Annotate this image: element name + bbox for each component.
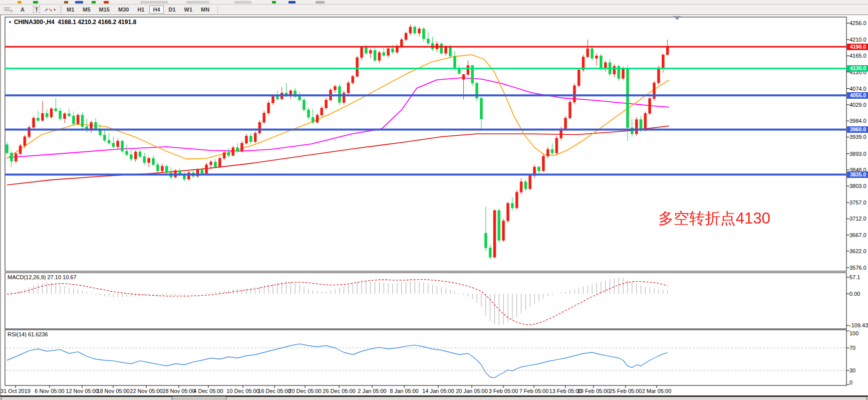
toolbar-separator (217, 6, 218, 14)
timeframe-button-H1[interactable]: H1 (134, 6, 148, 14)
time-axis-label: 31 Oct 2019 (1, 388, 31, 394)
time-axis-label: 20 Dec 05:00 (288, 388, 321, 394)
time-axis-label: 26 Dec 05:00 (323, 388, 355, 394)
time-axis-label: 10 Dec 05:00 (226, 388, 259, 394)
crosshair-grid-tool-button[interactable]: F (3, 6, 14, 14)
arrow-down-icon: ➘ (48, 7, 52, 13)
partial-icon (316, 1, 325, 4)
chart-title: ▼CHINA300-,H4 4168.1 4210.2 4166.2 4191.… (8, 19, 136, 26)
arrows-tool-button[interactable]: ➚ ➘ ▾ (45, 6, 56, 14)
price-tick-label: 4029.0 (849, 102, 866, 108)
price-level-badge: 4130.0 (847, 65, 868, 72)
partial-icon (75, 1, 83, 4)
partial-icon (33, 1, 38, 4)
price-tick-label: 3712.0 (849, 216, 866, 222)
timeframe-button-M15[interactable]: M15 (96, 6, 113, 14)
price-tick-label: 4256.0 (849, 20, 866, 26)
text-label-tool-button[interactable]: T (31, 6, 42, 14)
rsi-indicator-label: RSI(14) 61.6236 (8, 331, 48, 337)
time-axis-label: 16 Dec 05:00 (258, 388, 291, 394)
time-axis-label: 3 Feb 05:00 (489, 388, 518, 394)
timeframe-buttons: M1M5M15M30H1H4D1W1MN (62, 6, 213, 14)
partial-icon (288, 1, 296, 4)
time-axis-label: 12 Nov 05:00 (66, 388, 98, 394)
rsi-tick-label: 100 (849, 330, 858, 336)
timeframe-button-M30[interactable]: M30 (115, 6, 132, 14)
price-level-badge: 3835.0 (847, 171, 868, 178)
timeframe-button-MN[interactable]: MN (197, 6, 213, 14)
time-axis-label: 7 Feb 05:00 (519, 388, 549, 394)
time-axis-label: 25 Feb 05:00 (610, 388, 642, 394)
macd-indicator-label: MACD(12,26,9) 27.10 10.67 (8, 274, 77, 280)
text-tool-button[interactable]: A (17, 6, 28, 14)
time-axis-label: 19 Feb 05:00 (577, 388, 610, 394)
price-tick-label: 3984.0 (849, 118, 866, 124)
chart-window: ▼CHINA300-,H4 4168.1 4210.2 4166.2 4191.… (0, 15, 868, 396)
rsi-tick-label: 0 (849, 379, 852, 385)
time-axis-label: 22 Nov 05:00 (130, 388, 162, 394)
macd-tick-label: 0.00 (849, 291, 860, 297)
timeframe-button-D1[interactable]: D1 (165, 6, 179, 14)
time-axis-label: 18 Nov 05:00 (97, 388, 129, 394)
price-level-badge: 4190.0 (847, 44, 868, 50)
timeframe-button-H4[interactable]: H4 (149, 6, 163, 14)
text-label-tool-label: T (33, 6, 41, 13)
partial-icon (140, 1, 168, 4)
partial-icon (234, 1, 251, 4)
price-tick-label: 3939.0 (849, 134, 866, 140)
price-tick-label: 4210.0 (849, 37, 866, 43)
partial-icon (104, 1, 109, 4)
rsi-tick-label: 30 (849, 367, 855, 373)
text-tool-label: A (21, 7, 25, 13)
rsi-tick-label: 70 (849, 345, 855, 351)
chart-canvas[interactable] (1, 15, 868, 396)
price-tick-label: 4074.0 (849, 86, 866, 92)
price-tick-label: 3622.0 (849, 248, 866, 254)
partial-icon (64, 1, 68, 4)
price-tick-label: 3667.0 (849, 232, 866, 238)
time-axis-label: 14 Jan 05:00 (422, 388, 454, 394)
price-tick-label: 3576.0 (849, 265, 866, 271)
background-window-edge[interactable] (1, 396, 172, 400)
macd-tick-label: -109.43 (849, 322, 868, 328)
chevron-down-icon: ▾ (54, 8, 56, 12)
grid-tool-letter: F (11, 10, 13, 13)
background-windows-strip (0, 396, 868, 400)
toolbar-icons-strip (0, 0, 868, 5)
symbol-name: CHINA300-,H4 (14, 19, 55, 26)
macd-tick-label: 57.1 (849, 274, 860, 280)
timeframe-button-M1[interactable]: M1 (63, 6, 78, 14)
price-tick-label: 3757.0 (849, 199, 866, 206)
timeframe-button-W1[interactable]: W1 (181, 6, 196, 14)
time-axis-label: 2 Mar 05:00 (642, 388, 672, 394)
partial-icon (18, 1, 22, 4)
time-axis-label: 6 Nov 05:00 (35, 388, 64, 394)
toolbar: F A T ➚ ➘ ▾ M1M5M15M30H1H4D1W1MN (0, 5, 868, 15)
arrow-up-icon: ➚ (44, 7, 48, 13)
price-tick-label: 4165.0 (849, 53, 866, 59)
price-tick-label: 3803.0 (849, 183, 866, 189)
partial-icon (186, 1, 209, 4)
time-axis-label: 8 Jan 05:00 (390, 388, 419, 394)
price-tick-label: 3893.0 (849, 151, 866, 157)
collapse-triangle-icon: ▼ (8, 20, 12, 25)
chart-text-annotation[interactable]: 多空转折点4130 (658, 208, 770, 229)
background-window-edge[interactable] (226, 396, 867, 400)
time-axis-label: 2 Jan 05:00 (358, 388, 387, 394)
partial-icon (272, 1, 276, 4)
time-axis-label: 20 Jan 05:00 (456, 388, 488, 394)
partial-icon (92, 1, 96, 4)
time-axis-label: 28 Nov 05:00 (162, 388, 195, 394)
price-level-badge: 3960.0 (847, 126, 868, 133)
ohlc-values: 4168.1 4210.2 4166.2 4191.8 (58, 19, 136, 26)
timeframe-button-M5[interactable]: M5 (79, 6, 94, 14)
price-level-badge: 4055.0 (847, 92, 868, 99)
trading-app-window: F A T ➚ ➘ ▾ M1M5M15M30H1H4D1W1MN ▼CHINA3… (0, 0, 868, 400)
grid-icon (4, 8, 10, 12)
time-axis-label: 4 Dec 05:00 (193, 388, 223, 394)
